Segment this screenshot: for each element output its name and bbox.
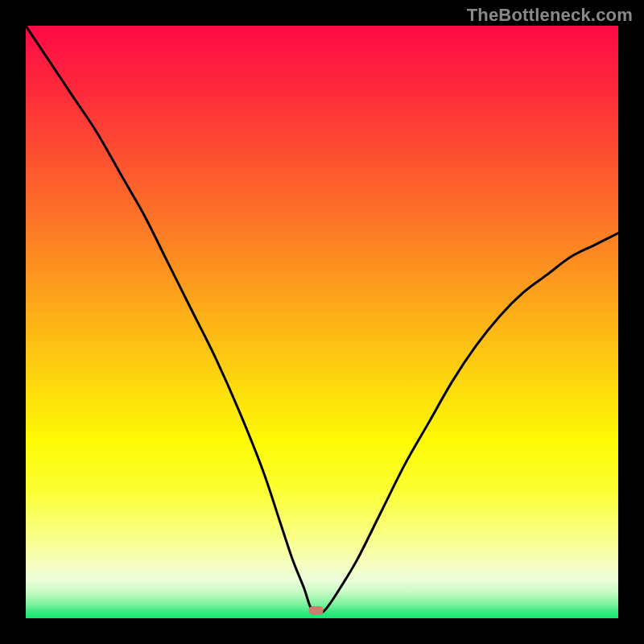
chart-frame: TheBottleneck.com xyxy=(0,0,644,644)
plot-area xyxy=(26,26,618,618)
gradient-background xyxy=(26,26,618,618)
plot-svg xyxy=(26,26,618,618)
minimum-marker-pill xyxy=(309,606,324,615)
watermark: TheBottleneck.com xyxy=(467,5,633,26)
curve-minimum-marker xyxy=(309,606,324,615)
